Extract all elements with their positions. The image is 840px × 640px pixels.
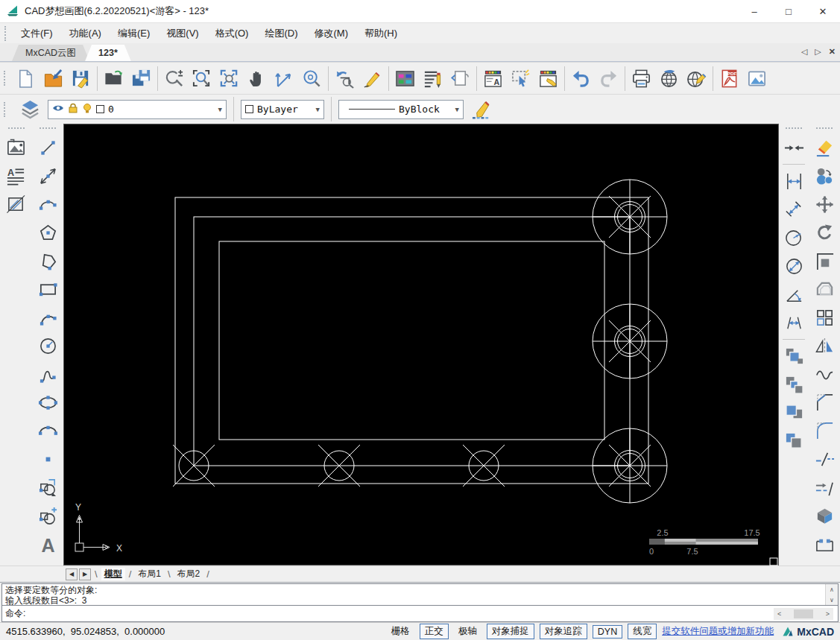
explode-button[interactable]: [811, 501, 838, 530]
quick-select-button[interactable]: [507, 65, 534, 92]
web-publish-button[interactable]: [683, 65, 710, 92]
sheet-next-button[interactable]: ▶: [79, 568, 91, 580]
color-combo-chevron-icon[interactable]: ▼: [313, 106, 320, 113]
linetype-combo[interactable]: ByBlock ▼: [338, 100, 464, 119]
break-button[interactable]: [811, 445, 838, 473]
elliptical-arc-button[interactable]: [34, 416, 61, 445]
open-drawing-button[interactable]: [40, 65, 67, 92]
tab-scroll-left-button[interactable]: ◁: [801, 47, 807, 57]
tab-close-button[interactable]: ✕: [829, 47, 836, 57]
rotate-button[interactable]: [811, 218, 838, 247]
revision-spline-button[interactable]: [811, 360, 838, 388]
polygon-irregular-button[interactable]: [34, 247, 61, 275]
scroll-up-icon[interactable]: ∧: [830, 585, 834, 595]
status-toggle-正交[interactable]: 正交: [420, 624, 449, 639]
sheet-prev-button[interactable]: ◀: [66, 568, 78, 580]
web-browser-button[interactable]: [655, 65, 683, 92]
document-tab-1[interactable]: 123*: [85, 45, 131, 61]
view-previous-button[interactable]: [331, 65, 359, 92]
insert-image-button[interactable]: [743, 65, 771, 92]
stretch-button[interactable]: [811, 530, 838, 558]
array-button[interactable]: [811, 303, 838, 332]
dim-radius-button[interactable]: [780, 224, 807, 252]
scale-button[interactable]: [811, 247, 838, 275]
arc-3point-button[interactable]: [34, 303, 61, 332]
status-toggle-极轴[interactable]: 极轴: [454, 624, 481, 639]
scroll-down-icon[interactable]: ∨: [830, 595, 834, 606]
order-send-backward-button[interactable]: [780, 370, 807, 399]
dim-continue-button[interactable]: [780, 308, 807, 337]
lengthen-button[interactable]: [811, 473, 838, 501]
single-text-button[interactable]: A: [34, 530, 61, 558]
linetype-combo-chevron-icon[interactable]: ▼: [452, 106, 459, 113]
insert-block-button[interactable]: [34, 473, 61, 501]
mirror-button[interactable]: [811, 332, 838, 360]
status-toggle-线宽[interactable]: 线宽: [628, 624, 657, 639]
line-button[interactable]: [34, 133, 61, 162]
status-toggle-DYN[interactable]: DYN: [593, 625, 622, 639]
point-button[interactable]: [34, 445, 61, 473]
spline-button[interactable]: [34, 360, 61, 388]
zoom-window-button[interactable]: [188, 65, 215, 92]
text-style-button[interactable]: [419, 65, 446, 92]
status-toggle-栅格[interactable]: 栅格: [387, 624, 414, 639]
arc-button[interactable]: [34, 190, 61, 218]
layer-combo[interactable]: 0 ▼: [48, 100, 227, 119]
sketch-button[interactable]: [359, 65, 386, 92]
order-bring-front-button[interactable]: [780, 399, 807, 427]
menu-item-5[interactable]: 绘图(D): [256, 24, 306, 43]
print-button[interactable]: [628, 65, 655, 92]
ellipse-button[interactable]: [34, 388, 61, 416]
copy-button[interactable]: [811, 162, 838, 190]
menu-item-7[interactable]: 帮助(H): [356, 24, 405, 43]
save-button[interactable]: [67, 65, 95, 92]
layer-tools-button[interactable]: [534, 65, 562, 92]
hscroll-thumb[interactable]: [794, 609, 813, 618]
move-button[interactable]: [811, 190, 838, 218]
dim-quick-button[interactable]: [780, 133, 807, 162]
pdf-export-button[interactable]: PDF: [716, 65, 743, 92]
new-file-button[interactable]: [12, 65, 40, 92]
maximize-button[interactable]: □: [771, 0, 806, 22]
zoom-extents-button[interactable]: [215, 65, 243, 92]
tab-scroll-right-button[interactable]: ▷: [815, 47, 821, 57]
multiline-text-button[interactable]: A: [3, 162, 30, 190]
menu-item-3[interactable]: 视图(V): [158, 24, 206, 43]
fillet-button[interactable]: [811, 416, 838, 445]
open-folder-button[interactable]: [100, 65, 127, 92]
match-properties-button[interactable]: [468, 95, 495, 124]
minimize-button[interactable]: –: [737, 0, 771, 22]
dim-aligned-button[interactable]: [780, 195, 807, 224]
order-bring-forward-button[interactable]: [780, 342, 807, 370]
command-vscrollbar[interactable]: ∧ ∨: [825, 584, 838, 605]
undo-button[interactable]: [567, 65, 595, 92]
offset-button[interactable]: [811, 275, 838, 303]
command-input[interactable]: 命令: < >: [1, 606, 839, 622]
dim-angular-button[interactable]: [780, 280, 807, 308]
hatch-button[interactable]: [3, 190, 30, 218]
rectangle-button[interactable]: [34, 275, 61, 303]
order-send-back-button[interactable]: [780, 427, 807, 455]
command-hscrollbar[interactable]: < >: [774, 608, 833, 620]
menu-item-0[interactable]: 文件(F): [13, 24, 61, 43]
menu-item-6[interactable]: 修改(M): [306, 24, 356, 43]
close-button[interactable]: ✕: [806, 0, 840, 22]
pan-button[interactable]: [243, 65, 271, 92]
polygon-button[interactable]: [34, 218, 61, 247]
insert-image-file-button[interactable]: [3, 133, 30, 162]
layer-combo-chevron-icon[interactable]: ▼: [215, 106, 222, 113]
document-tab-0[interactable]: MxCAD云图: [12, 45, 89, 61]
zoom-dynamic-button[interactable]: [160, 65, 188, 92]
status-toggle-对象捕捉[interactable]: 对象捕捉: [487, 624, 534, 639]
status-toggle-对象追踪[interactable]: 对象追踪: [540, 624, 587, 639]
layer-properties-button[interactable]: A: [479, 65, 507, 92]
scroll-right-icon[interactable]: >: [822, 610, 833, 618]
menu-item-2[interactable]: 编辑(E): [110, 24, 158, 43]
scroll-left-icon[interactable]: <: [774, 610, 785, 618]
color-combo[interactable]: ByLayer ▼: [241, 100, 324, 119]
sheet-tab-布局1[interactable]: 布局1: [135, 568, 164, 580]
dim-diameter-button[interactable]: [780, 252, 807, 280]
layers-manager-button[interactable]: [16, 95, 43, 124]
draw-axis-button[interactable]: [271, 65, 298, 92]
menu-item-4[interactable]: 格式(O): [207, 24, 257, 43]
